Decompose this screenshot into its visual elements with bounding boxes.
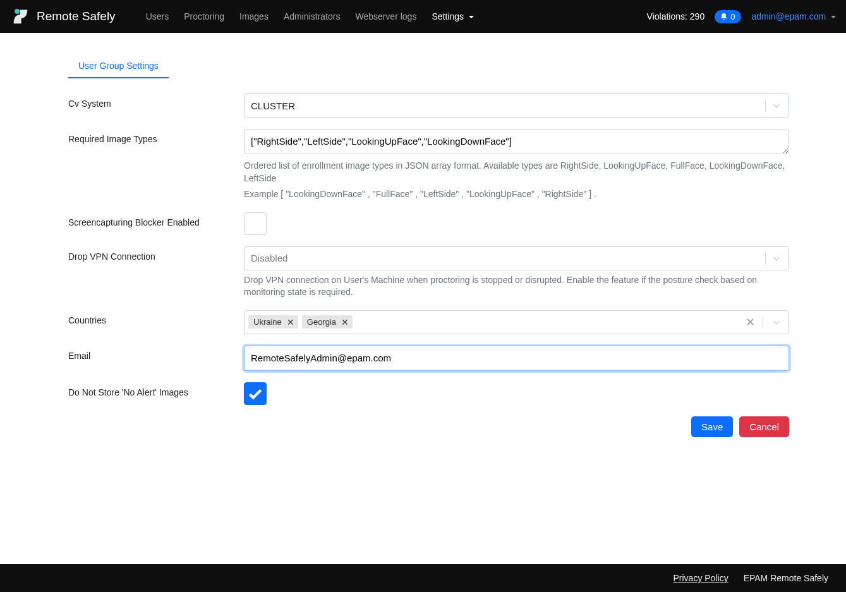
nav-images[interactable]: Images	[232, 8, 276, 25]
countries-select[interactable]: Ukraine ✕ Georgia ✕ ✕	[244, 310, 789, 334]
row-required-image-types: Required Image Types Ordered list of enr…	[68, 129, 789, 201]
label-do-not-store: Do Not Store 'No Alert' Images	[68, 382, 244, 397]
country-tag-label: Georgia	[307, 317, 336, 327]
countries-tags: Ukraine ✕ Georgia ✕	[248, 315, 740, 329]
country-tag: Ukraine ✕	[248, 315, 298, 329]
nav-settings-label: Settings	[432, 11, 464, 21]
svg-point-0	[15, 9, 20, 14]
brand[interactable]: Remote Safely	[10, 6, 116, 27]
clear-all-icon[interactable]: ✕	[743, 315, 758, 329]
nav-webserver-logs[interactable]: Webserver logs	[347, 8, 424, 25]
nav-proctoring[interactable]: Proctoring	[176, 8, 232, 25]
drop-vpn-select[interactable]: Disabled	[244, 246, 789, 270]
check-icon	[247, 385, 263, 402]
email-input[interactable]	[244, 346, 789, 371]
drop-vpn-help: Drop VPN connection on User's Machine wh…	[244, 274, 789, 299]
save-button[interactable]: Save	[691, 416, 733, 437]
row-do-not-store: Do Not Store 'No Alert' Images	[68, 382, 789, 405]
screencapturing-blocker-checkbox[interactable]	[244, 212, 267, 235]
row-drop-vpn: Drop VPN Connection Disabled Drop VPN co…	[68, 246, 789, 299]
footer: Privacy Policy EPAM Remote Safely	[0, 564, 846, 592]
label-drop-vpn: Drop VPN Connection	[68, 246, 244, 262]
remove-tag-icon[interactable]: ✕	[287, 318, 294, 327]
label-countries: Countries	[68, 310, 244, 325]
chevron-down-icon	[771, 100, 782, 111]
required-image-types-help-2: Example [ "LookingDownFace" , "FullFace"…	[244, 188, 789, 201]
country-tag: Georgia ✕	[302, 315, 353, 329]
notifications-pill[interactable]: 0	[715, 10, 741, 23]
cv-system-select[interactable]: CLUSTER	[244, 94, 789, 118]
caret-down-icon	[831, 16, 836, 18]
separator	[765, 252, 766, 265]
navbar: Remote Safely Users Proctoring Images Ad…	[0, 0, 846, 33]
user-menu[interactable]: admin@epam.com	[751, 11, 836, 21]
row-screencapturing-blocker: Screencapturing Blocker Enabled	[68, 212, 789, 235]
cv-system-value: CLUSTER	[251, 100, 763, 111]
nav-links: Users Proctoring Images Administrators W…	[138, 8, 481, 25]
row-cv-system: Cv System CLUSTER	[68, 94, 789, 118]
tab-user-group-settings[interactable]: User Group Settings	[68, 56, 169, 78]
row-email: Email	[68, 346, 789, 371]
cancel-button[interactable]: Cancel	[739, 416, 789, 437]
row-countries: Countries Ukraine ✕ Georgia ✕ ✕	[68, 310, 789, 334]
user-email: admin@epam.com	[751, 11, 826, 21]
separator	[765, 99, 766, 112]
nav-administrators[interactable]: Administrators	[276, 8, 347, 25]
main-content: User Group Settings Cv System CLUSTER Re…	[0, 33, 846, 564]
caret-down-icon	[469, 16, 474, 18]
separator	[763, 316, 763, 329]
label-screencapturing-blocker: Screencapturing Blocker Enabled	[68, 212, 244, 227]
do-not-store-checkbox[interactable]	[244, 382, 267, 405]
nav-users[interactable]: Users	[138, 8, 177, 25]
app-logo-icon	[10, 6, 30, 27]
privacy-policy-link[interactable]: Privacy Policy	[674, 573, 728, 583]
chevron-down-icon	[771, 253, 782, 264]
nav-settings[interactable]: Settings	[424, 8, 481, 25]
required-image-types-help-1: Ordered list of enrollment image types i…	[244, 160, 789, 184]
country-tag-label: Ukraine	[253, 317, 282, 327]
required-image-types-input[interactable]	[244, 129, 789, 154]
remove-tag-icon[interactable]: ✕	[341, 318, 349, 327]
app-title: Remote Safely	[37, 9, 116, 23]
form-actions: Save Cancel	[68, 416, 789, 437]
label-email: Email	[68, 346, 244, 361]
label-cv-system: Cv System	[68, 94, 244, 109]
notifications-count: 0	[730, 12, 735, 21]
bell-icon	[720, 13, 728, 21]
drop-vpn-value: Disabled	[251, 253, 763, 263]
footer-brand: EPAM Remote Safely	[744, 573, 828, 583]
nav-right: Violations: 290 0 admin@epam.com	[647, 10, 836, 23]
bottom-gap	[0, 592, 846, 616]
chevron-down-icon	[771, 317, 782, 328]
label-required-image-types: Required Image Types	[68, 129, 244, 144]
violations-label: Violations: 290	[647, 11, 705, 21]
